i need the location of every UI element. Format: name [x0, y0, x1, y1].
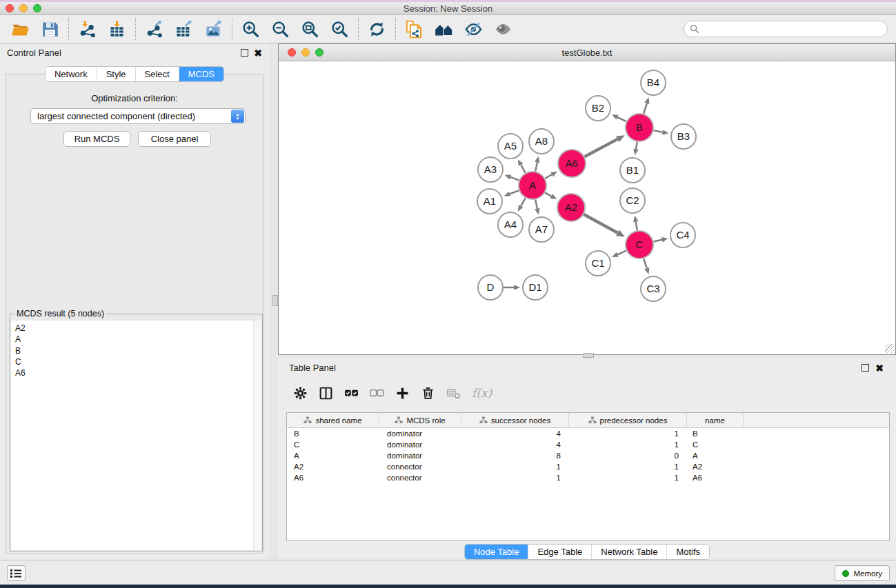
search-input[interactable] — [703, 24, 882, 34]
edge-A-A5[interactable] — [521, 165, 526, 173]
graphics-details-button[interactable] — [488, 17, 518, 41]
column-header-MCDS-role[interactable]: MCDS role — [379, 413, 461, 427]
deselect-all-checks-button[interactable] — [370, 386, 384, 401]
graph-node-A7[interactable]: A7 — [529, 217, 554, 242]
graph-node-D1[interactable]: D1 — [523, 275, 548, 300]
result-scrollbar[interactable] — [253, 321, 261, 550]
save-session-button[interactable] — [35, 17, 65, 41]
table-cell[interactable]: 4 — [461, 428, 569, 439]
edge-C-C2[interactable] — [636, 222, 637, 231]
graph-node-B4[interactable]: B4 — [641, 70, 666, 95]
graph-node-A1[interactable]: A1 — [477, 189, 502, 214]
table-cell[interactable]: 1 — [461, 472, 569, 483]
graph-node-C3[interactable]: C3 — [641, 276, 666, 301]
float-table-panel-icon[interactable] — [862, 364, 869, 372]
graph-node-D[interactable]: D — [478, 275, 503, 300]
table-row[interactable]: A6connector11A6 — [287, 472, 889, 483]
graph-node-A[interactable]: A — [519, 172, 546, 199]
function-builder-button[interactable]: f(x) — [472, 386, 492, 400]
tab-edge-table[interactable]: Edge Table — [528, 545, 591, 559]
graph-node-B1[interactable]: B1 — [620, 158, 645, 183]
resize-grip[interactable] — [885, 344, 895, 354]
tab-mcds[interactable]: MCDS — [179, 67, 223, 81]
edge-A-A6[interactable] — [545, 174, 552, 179]
table-row[interactable]: A2connector11A2 — [287, 461, 889, 472]
table-options-gear-button[interactable] — [293, 386, 308, 401]
apply-layout-button[interactable] — [362, 17, 392, 41]
network-zoom-light[interactable] — [315, 48, 323, 57]
edge-A-A1[interactable] — [510, 190, 519, 194]
search-field[interactable] — [684, 21, 888, 37]
tab-network[interactable]: Network — [46, 67, 97, 81]
edge-A-A8[interactable] — [535, 162, 537, 171]
result-item[interactable]: C — [15, 356, 253, 367]
graph-node-A4[interactable]: A4 — [498, 212, 523, 237]
close-window-light[interactable] — [6, 4, 14, 12]
table-cell[interactable]: 1 — [569, 461, 687, 472]
table-row[interactable]: Cdominator41C — [287, 439, 889, 450]
close-panel-button[interactable]: Close panel — [138, 131, 211, 147]
result-item[interactable]: A2 — [15, 323, 253, 334]
table-cell[interactable]: A2 — [287, 461, 379, 472]
add-column-button[interactable] — [395, 386, 410, 401]
tab-node-table[interactable]: Node Table — [465, 545, 528, 559]
column-header-shared-name[interactable]: shared name — [287, 413, 379, 427]
edge-B-B3[interactable] — [654, 130, 663, 132]
home-view-button[interactable] — [429, 17, 459, 41]
table-cell[interactable]: A — [687, 450, 744, 461]
delete-column-button[interactable] — [421, 386, 435, 401]
export-network-button[interactable] — [139, 17, 169, 41]
table-cell[interactable]: 1 — [569, 428, 687, 439]
graph-node-A6[interactable]: A6 — [558, 150, 586, 177]
clone-network-button[interactable] — [399, 17, 429, 41]
graph-node-B[interactable]: B — [626, 114, 653, 141]
table-cell[interactable]: B — [287, 428, 379, 439]
zoom-out-button[interactable] — [266, 17, 295, 41]
edge-A-A2[interactable] — [545, 192, 551, 196]
table-cell[interactable]: 8 — [461, 450, 569, 461]
export-image-button[interactable] — [199, 17, 228, 41]
minimize-window-light[interactable] — [19, 4, 28, 12]
table-cell[interactable]: connector — [379, 461, 461, 472]
close-table-panel-icon[interactable]: ✖ — [875, 363, 884, 373]
result-item[interactable]: A — [15, 334, 253, 345]
edge-A-A3[interactable] — [510, 177, 519, 181]
vertical-divider-handle[interactable] — [272, 295, 278, 306]
table-cell[interactable]: 1 — [461, 461, 569, 472]
table-cell[interactable]: A2 — [687, 461, 744, 472]
table-cell[interactable]: 0 — [569, 450, 687, 461]
table-cell[interactable]: A6 — [687, 472, 744, 483]
delete-table-button[interactable] — [446, 386, 461, 401]
column-header-name[interactable]: name — [687, 413, 744, 427]
table-cell[interactable]: A6 — [287, 472, 379, 483]
edge-A-A7[interactable] — [535, 200, 537, 209]
edge-C-C1[interactable] — [617, 251, 626, 255]
edge-A2-C[interactable] — [584, 214, 617, 233]
table-cell[interactable]: dominator — [379, 428, 461, 439]
table-cell[interactable]: C — [287, 439, 379, 450]
graph-node-A8[interactable]: A8 — [529, 129, 554, 154]
edge-C-C3[interactable] — [644, 258, 646, 268]
optimization-dropdown[interactable]: largest connected component (directed) ▲… — [30, 108, 246, 124]
horizontal-divider-handle[interactable] — [583, 353, 594, 358]
run-mcds-button[interactable]: Run MCDS — [63, 131, 130, 147]
tab-motifs[interactable]: Motifs — [666, 545, 709, 559]
graph-node-B3[interactable]: B3 — [671, 124, 696, 149]
result-item[interactable]: B — [15, 345, 253, 356]
result-item[interactable]: A6 — [15, 367, 253, 378]
network-canvas[interactable]: B4B2BB3A8A5A6A3B1AC2A1A2A4A7C4CC1DD1C3 — [279, 61, 895, 354]
zoom-window-light[interactable] — [33, 4, 41, 12]
tab-select[interactable]: Select — [135, 67, 179, 81]
table-cell[interactable]: 4 — [461, 439, 569, 450]
table-row[interactable]: Bdominator41B — [287, 428, 889, 439]
graph-node-C[interactable]: C — [626, 231, 653, 258]
table-cell[interactable]: connector — [379, 472, 461, 483]
edge-B-B2[interactable] — [617, 117, 626, 121]
open-session-button[interactable] — [6, 17, 35, 41]
graph-node-B2[interactable]: B2 — [586, 96, 610, 121]
table-cell[interactable]: B — [687, 428, 744, 439]
graph-node-C4[interactable]: C4 — [670, 223, 695, 247]
graph-node-C2[interactable]: C2 — [620, 188, 645, 213]
import-table-button[interactable] — [102, 17, 132, 41]
table-cell[interactable]: dominator — [379, 439, 461, 450]
